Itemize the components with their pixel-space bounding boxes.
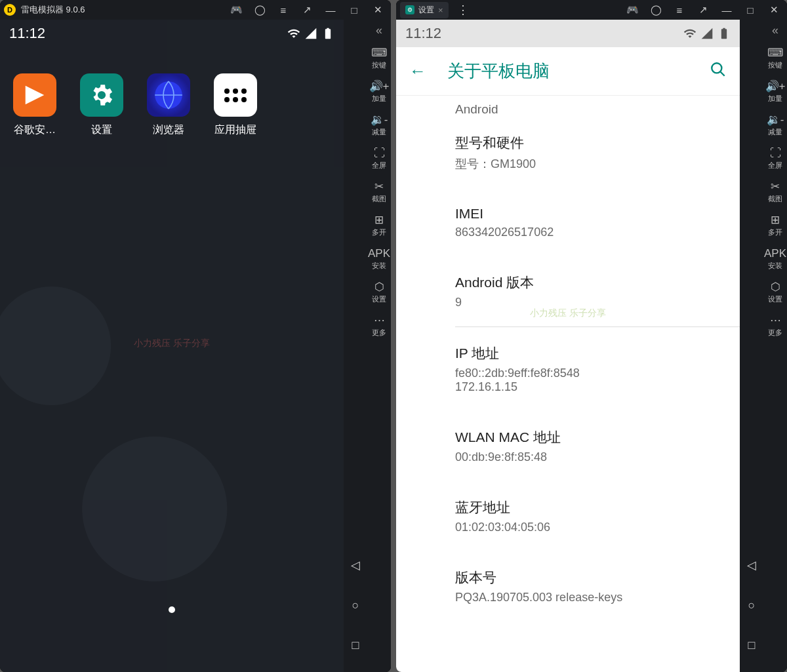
sidebar-item-减量[interactable]: 🔉-减量 <box>367 109 391 142</box>
minimize-button[interactable]: — <box>321 1 340 19</box>
back-button[interactable]: ← <box>404 56 432 87</box>
sidebar-label: 安装 <box>768 261 782 271</box>
sidebar-item-加量[interactable]: 🔊+加量 <box>763 75 787 109</box>
gamepad-icon[interactable]: 🎮 <box>227 1 245 19</box>
titlebar-right: ⚙ 设置 × ⋮ 🎮 ◯ ≡ ↗ — □ ✕ <box>396 0 787 20</box>
maximize-button[interactable]: □ <box>345 1 363 19</box>
tab-settings[interactable]: ⚙ 设置 × <box>400 2 449 18</box>
emulator-sidebar: « ⌨按键🔊+加量🔉-减量⛶全屏✂截图⊞多开APK安装⬡设置⋯更多 <box>763 20 787 672</box>
user-icon[interactable]: ◯ <box>647 1 665 19</box>
nav-recent-button[interactable]: □ <box>352 639 359 652</box>
watermark: 小力残压 乐子分享 <box>134 338 210 349</box>
sidebar-item-多开[interactable]: ⊞多开 <box>367 209 391 243</box>
nav-home-button[interactable]: ○ <box>748 599 756 612</box>
sidebar-item-减量[interactable]: 🔉-减量 <box>763 109 787 142</box>
signal-icon <box>700 27 714 40</box>
setting-value: PQ3A.190705.003 release-keys <box>455 591 724 604</box>
minimize-button[interactable]: — <box>717 1 736 19</box>
sidebar-item-全屏[interactable]: ⛶全屏 <box>763 142 787 176</box>
close-button[interactable]: ✕ <box>765 1 783 19</box>
titlebar-left: D 雷电模拟器 9.0.6 🎮 ◯ ≡ ↗ — □ ✕ <box>0 0 391 20</box>
sidebar-item-截图[interactable]: ✂截图 <box>763 176 787 209</box>
sidebar-item-设置[interactable]: ⬡设置 <box>763 276 787 309</box>
sidebar-icon: ⋯ <box>374 315 385 326</box>
sidebar-item-更多[interactable]: ⋯更多 <box>763 309 787 343</box>
sidebar-item-更多[interactable]: ⋯更多 <box>367 309 391 343</box>
sidebar-label: 更多 <box>768 328 782 338</box>
sidebar-label: 安装 <box>372 261 386 271</box>
popout-icon[interactable]: ↗ <box>694 1 712 19</box>
setting-value: 863342026517062 <box>455 226 724 239</box>
tab-menu-icon[interactable]: ⋮ <box>454 1 472 19</box>
sidebar-label: 按键 <box>372 60 386 70</box>
setting-value: 型号：GM1900 <box>455 156 724 172</box>
emulator-title: 雷电模拟器 9.0.6 <box>21 4 85 16</box>
setting-title: 型号和硬件 <box>455 134 724 152</box>
sidebar-item-设置[interactable]: ⬡设置 <box>367 276 391 309</box>
setting-item[interactable]: 蓝牙地址01:02:03:04:05:06 <box>455 481 740 551</box>
sidebar-label: 减量 <box>768 127 782 137</box>
page-title: 关于平板电脑 <box>447 60 689 83</box>
setting-item[interactable]: IP 地址fe80::2db:9eff:fe8f:8548 172.16.1.1… <box>455 327 740 411</box>
app-browser[interactable]: 浏览器 <box>144 73 193 137</box>
menu-icon[interactable]: ≡ <box>274 1 293 19</box>
setting-title: IP 地址 <box>455 344 724 363</box>
app-label: 谷歌安… <box>14 123 56 137</box>
gamepad-icon[interactable]: 🎮 <box>623 1 641 19</box>
setting-title: 版本号 <box>455 568 724 587</box>
settings-list[interactable]: Android 型号和硬件型号：GM1900IMEI86334202651706… <box>396 96 740 672</box>
sidebar-item-截图[interactable]: ✂截图 <box>367 176 391 209</box>
status-time: 11:12 <box>9 25 45 42</box>
close-button[interactable]: ✕ <box>369 1 387 19</box>
sidebar-item-按键[interactable]: ⌨按键 <box>763 42 787 75</box>
tab-close-icon[interactable]: × <box>438 5 443 15</box>
user-icon[interactable]: ◯ <box>251 1 269 19</box>
setting-item[interactable]: Android 版本9 <box>455 256 740 327</box>
sidebar-label: 加量 <box>768 94 782 104</box>
sidebar-collapse-icon[interactable]: « <box>772 24 778 39</box>
settings-top-text: Android <box>455 96 740 117</box>
sidebar-label: 截图 <box>372 194 386 204</box>
sidebar-label: 全屏 <box>372 161 386 170</box>
emulator-left: D 雷电模拟器 9.0.6 🎮 ◯ ≡ ↗ — □ ✕ 11:12 小力残压 乐… <box>0 0 391 672</box>
sidebar-icon: ⛶ <box>374 148 385 159</box>
app-label: 浏览器 <box>153 123 184 137</box>
sidebar-item-加量[interactable]: 🔊+加量 <box>367 75 391 109</box>
sidebar-icon: ⬡ <box>771 281 780 292</box>
android-home-screen[interactable]: 11:12 小力残压 乐子分享 谷歌安…设置浏览器应用抽屉 <box>0 20 344 672</box>
setting-item[interactable]: 版本号PQ3A.190705.003 release-keys <box>455 551 740 622</box>
app-drawer[interactable]: 应用抽屉 <box>211 73 260 137</box>
popout-icon[interactable]: ↗ <box>298 1 316 19</box>
sidebar-icon: ⌨ <box>371 47 388 58</box>
sidebar-icon: 🔉- <box>371 114 388 125</box>
sidebar-item-安装[interactable]: APK安装 <box>763 243 787 276</box>
nav-home-button[interactable]: ○ <box>352 599 359 612</box>
maximize-button[interactable]: □ <box>741 1 759 19</box>
nav-recent-button[interactable]: □ <box>748 639 756 652</box>
nav-back-button[interactable]: ◁ <box>747 558 756 572</box>
menu-icon[interactable]: ≡ <box>670 1 689 19</box>
sidebar-item-安装[interactable]: APK安装 <box>367 243 391 276</box>
sidebar-item-多开[interactable]: ⊞多开 <box>763 209 787 243</box>
android-navbar: ◁ ○ □ <box>740 20 763 672</box>
sidebar-label: 减量 <box>372 127 386 137</box>
sidebar-icon: ✂ <box>374 181 384 192</box>
sidebar-icon: ⊞ <box>374 214 384 226</box>
sidebar-item-全屏[interactable]: ⛶全屏 <box>367 142 391 176</box>
app-settings[interactable]: 设置 <box>77 73 126 137</box>
setting-item[interactable]: 型号和硬件型号：GM1900 <box>455 117 740 189</box>
emulator-sidebar: « ⌨按键🔊+加量🔉-减量⛶全屏✂截图⊞多开APK安装⬡设置⋯更多 <box>367 20 391 672</box>
setting-item[interactable]: IMEI863342026517062 <box>455 189 740 256</box>
nav-back-button[interactable]: ◁ <box>351 558 360 572</box>
sidebar-icon: APK <box>368 248 390 259</box>
sidebar-icon: ⛶ <box>770 148 781 159</box>
sidebar-icon: ✂ <box>771 181 780 192</box>
sidebar-collapse-icon[interactable]: « <box>376 24 382 39</box>
sidebar-label: 设置 <box>768 294 782 304</box>
sidebar-item-按键[interactable]: ⌨按键 <box>367 42 391 75</box>
search-icon[interactable] <box>704 56 732 87</box>
status-bar: 11:12 <box>396 20 740 47</box>
sidebar-label: 按键 <box>768 60 782 70</box>
app-google[interactable]: 谷歌安… <box>10 73 59 137</box>
setting-item[interactable]: WLAN MAC 地址00:db:9e:8f:85:48 <box>455 411 740 481</box>
